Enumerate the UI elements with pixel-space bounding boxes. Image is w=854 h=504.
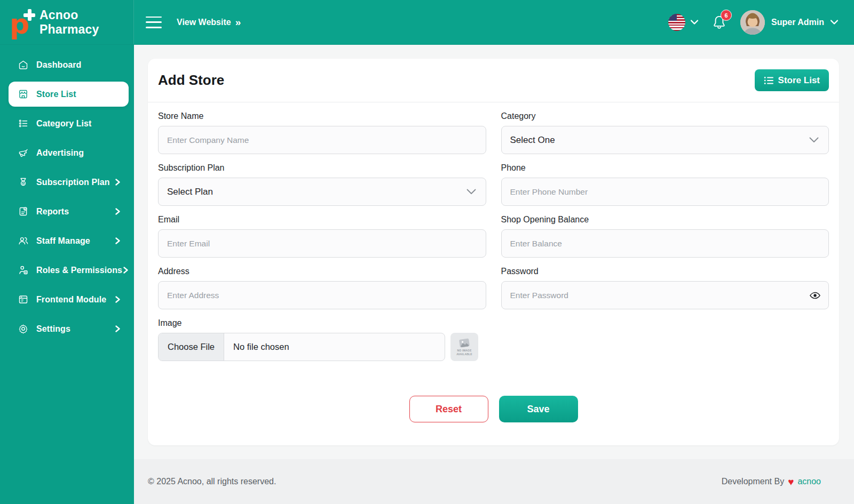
file-status-text: No file chosen bbox=[224, 342, 298, 352]
language-selector[interactable] bbox=[668, 14, 698, 31]
image-preview-placeholder: NO IMAGE AVAILABLE bbox=[450, 333, 478, 361]
field-phone: Phone bbox=[501, 163, 829, 206]
copyright-text: © 2025 Acnoo, all rights reserved. bbox=[148, 477, 276, 486]
page-title: Add Store bbox=[158, 72, 224, 89]
brand-name: Acnoo Pharmacy bbox=[39, 8, 133, 37]
hamburger-menu-icon[interactable] bbox=[146, 17, 162, 28]
sidebar-item-dashboard[interactable]: Dashboard bbox=[9, 52, 129, 77]
sidebar-item-advertising[interactable]: Advertising bbox=[9, 140, 129, 165]
brand-logo-area[interactable]: p Acnoo Pharmacy bbox=[0, 0, 134, 44]
sidebar: Dashboard Store List Category List bbox=[0, 45, 134, 504]
email-label: Email bbox=[158, 215, 486, 225]
field-email: Email bbox=[158, 215, 486, 258]
category-select[interactable]: Select One bbox=[501, 126, 829, 154]
save-button[interactable]: Save bbox=[499, 396, 578, 422]
avatar bbox=[740, 10, 765, 35]
sidebar-item-subscription-plan[interactable]: Subscription Plan bbox=[9, 170, 129, 195]
chevron-right-icon bbox=[114, 325, 121, 332]
users-icon bbox=[17, 235, 29, 247]
role-person-icon bbox=[17, 265, 29, 276]
subscription-plan-label: Subscription Plan bbox=[158, 163, 486, 173]
user-menu[interactable]: Super Admin bbox=[740, 10, 838, 35]
store-icon bbox=[17, 89, 29, 100]
address-input[interactable] bbox=[158, 281, 486, 309]
list-icon bbox=[764, 76, 773, 85]
sidebar-item-frontend-module[interactable]: Frontend Module bbox=[9, 287, 129, 312]
field-password: Password bbox=[501, 267, 829, 309]
sidebar-item-reports[interactable]: Reports bbox=[9, 199, 129, 224]
no-image-text: NO IMAGE AVAILABLE bbox=[450, 349, 478, 356]
brand-logo-icon: p bbox=[10, 9, 35, 36]
field-store-name: Store Name bbox=[158, 111, 486, 154]
category-list-icon bbox=[17, 118, 29, 130]
email-input[interactable] bbox=[158, 229, 486, 258]
medal-icon bbox=[17, 177, 29, 188]
chevron-right-icon bbox=[122, 267, 129, 274]
chevron-right-icon bbox=[114, 208, 121, 215]
sidebar-item-store-list[interactable]: Store List bbox=[9, 82, 129, 107]
footer: © 2025 Acnoo, all rights reserved. Devel… bbox=[134, 459, 854, 504]
balance-label: Shop Opening Balance bbox=[501, 215, 829, 225]
header: View Website » 6 bbox=[134, 0, 854, 44]
development-by: Development By ♥ acnoo bbox=[722, 477, 821, 487]
chevron-down-icon bbox=[809, 137, 819, 143]
subscription-plan-select[interactable]: Select Plan bbox=[158, 178, 486, 206]
plus-icon bbox=[23, 9, 35, 21]
developer-link[interactable]: acnoo bbox=[797, 477, 821, 486]
image-label: Image bbox=[158, 318, 486, 328]
eye-icon bbox=[810, 292, 820, 299]
sidebar-item-staff-manage[interactable]: Staff Manage bbox=[9, 228, 129, 253]
address-label: Address bbox=[158, 267, 486, 276]
choose-file-button[interactable]: Choose File bbox=[159, 333, 224, 361]
top-bar: p Acnoo Pharmacy View Website » bbox=[0, 0, 854, 45]
report-icon bbox=[17, 206, 29, 218]
us-flag-icon bbox=[668, 14, 685, 31]
gear-icon bbox=[17, 323, 29, 335]
phone-label: Phone bbox=[501, 163, 829, 173]
main-content: Add Store Store List bbox=[134, 45, 854, 445]
dashboard-icon bbox=[17, 59, 29, 71]
chevron-right-icon bbox=[114, 237, 121, 244]
add-store-form: Store Name Category Select One bbox=[148, 102, 839, 422]
store-list-button[interactable]: Store List bbox=[755, 69, 829, 91]
field-category: Category Select One bbox=[501, 111, 829, 154]
photo-icon bbox=[458, 338, 470, 349]
password-label: Password bbox=[501, 267, 829, 276]
field-shop-opening-balance: Shop Opening Balance bbox=[501, 215, 829, 258]
user-name: Super Admin bbox=[771, 18, 824, 27]
header-right: 6 Super Admin bbox=[668, 10, 838, 35]
notification-badge: 6 bbox=[721, 10, 732, 21]
chevron-down-icon bbox=[466, 189, 476, 195]
subscription-plan-selected-value: Select Plan bbox=[167, 187, 213, 197]
password-input[interactable] bbox=[501, 281, 829, 309]
field-image: Image Choose File No file chosen bbox=[158, 318, 486, 361]
double-chevron-icon: » bbox=[235, 17, 240, 28]
app-window: p Acnoo Pharmacy View Website » bbox=[0, 0, 854, 504]
field-address: Address bbox=[158, 267, 486, 309]
balance-input[interactable] bbox=[501, 229, 829, 258]
toggle-password-visibility-button[interactable] bbox=[809, 291, 821, 300]
chevron-down-icon bbox=[691, 20, 698, 25]
sidebar-item-category-list[interactable]: Category List bbox=[9, 111, 129, 136]
browser-icon bbox=[17, 294, 29, 306]
store-name-label: Store Name bbox=[158, 111, 486, 121]
sidebar-item-settings[interactable]: Settings bbox=[9, 316, 129, 341]
chevron-right-icon bbox=[114, 296, 121, 303]
add-store-card: Add Store Store List bbox=[148, 59, 839, 445]
notifications-button[interactable]: 6 bbox=[712, 14, 726, 30]
view-website-link[interactable]: View Website » bbox=[177, 17, 240, 28]
chevron-down-icon bbox=[831, 20, 838, 25]
field-subscription-plan: Subscription Plan Select Plan bbox=[158, 163, 486, 206]
phone-input[interactable] bbox=[501, 178, 829, 206]
image-file-input[interactable]: Choose File No file chosen bbox=[158, 333, 445, 361]
megaphone-icon bbox=[17, 147, 29, 159]
category-label: Category bbox=[501, 111, 829, 121]
reset-button[interactable]: Reset bbox=[409, 396, 488, 422]
sidebar-item-roles-permissions[interactable]: Roles & Permissions bbox=[9, 258, 129, 283]
chevron-right-icon bbox=[114, 179, 121, 186]
category-selected-value: Select One bbox=[510, 135, 555, 146]
store-name-input[interactable] bbox=[158, 126, 486, 154]
heart-icon: ♥ bbox=[788, 477, 794, 487]
